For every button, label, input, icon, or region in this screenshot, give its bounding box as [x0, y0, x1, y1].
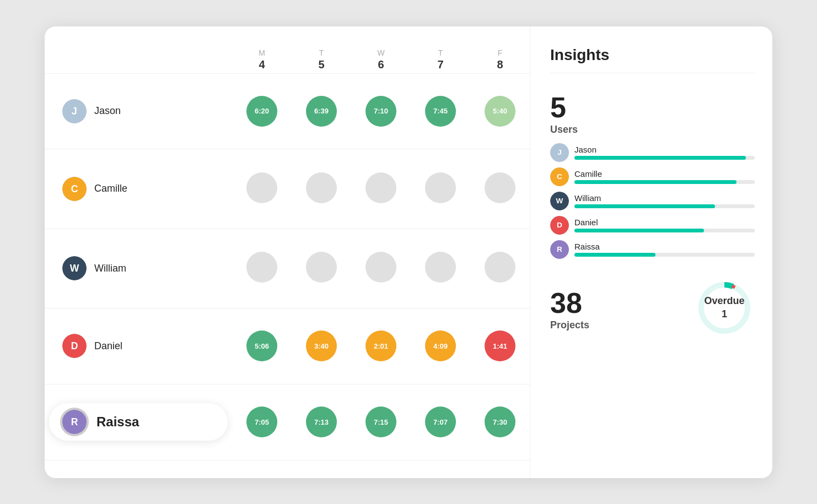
- time-cell: [232, 229, 292, 308]
- bar-col: William: [574, 193, 755, 208]
- bar-track: [574, 204, 755, 208]
- user-bar-row[interactable]: W William: [550, 192, 755, 210]
- users-label: Users: [550, 124, 755, 136]
- user-bar-row[interactable]: J Jason: [550, 143, 755, 162]
- svg-text:D: D: [71, 340, 78, 351]
- svg-text:C: C: [557, 172, 562, 181]
- time-cell: [292, 149, 351, 229]
- time-circle[interactable]: 7:30: [485, 407, 515, 437]
- svg-text:W: W: [556, 197, 563, 205]
- user-name: William: [94, 263, 126, 274]
- user-cell[interactable]: R Raissa: [49, 403, 228, 441]
- bar-col: Camille: [574, 169, 755, 184]
- avatar-sm: D: [550, 216, 569, 235]
- svg-text:W: W: [70, 263, 79, 274]
- time-cell: [470, 229, 530, 308]
- time-circle[interactable]: 6:39: [306, 96, 337, 127]
- time-cell: 7:30: [470, 384, 530, 460]
- time-cell: 5:40: [470, 73, 530, 149]
- bar-fill: [574, 229, 704, 232]
- schedule-row[interactable]: R Raissa 7:057:137:157:077:30: [45, 384, 530, 460]
- time-cell: 2:01: [351, 308, 411, 384]
- time-circle[interactable]: 7:07: [425, 407, 456, 437]
- time-circle[interactable]: 6:20: [246, 96, 277, 127]
- schedule-table: M 4 T 5 W 6 T 7: [45, 44, 530, 460]
- time-cell: 5:06: [232, 308, 292, 384]
- time-circle[interactable]: 4:09: [425, 330, 456, 361]
- bar-fill: [574, 253, 655, 257]
- day-col-1: T 5: [292, 44, 351, 74]
- time-cell: [351, 149, 411, 229]
- bar-col: Jason: [574, 145, 755, 160]
- bar-track: [574, 156, 755, 160]
- time-circle[interactable]: 3:40: [306, 330, 337, 361]
- bar-name: Daniel: [574, 218, 755, 227]
- overdue-count: 1: [704, 308, 744, 321]
- svg-text:R: R: [71, 416, 78, 427]
- user-name: Camille: [94, 183, 127, 194]
- time-circle[interactable]: 7:10: [366, 96, 396, 127]
- insights-panel: Insights 5 Users J Jason C Camille W: [530, 26, 772, 478]
- user-cell[interactable]: W William: [45, 256, 232, 280]
- empty-circle: [306, 252, 337, 283]
- time-circle[interactable]: 5:06: [246, 330, 277, 361]
- time-circle[interactable]: 7:45: [425, 96, 456, 127]
- overdue-label: Overdue 1: [704, 295, 744, 321]
- time-cell: [411, 229, 470, 308]
- time-circle[interactable]: 7:05: [246, 407, 277, 437]
- time-cell: 4:09: [411, 308, 470, 384]
- time-circle[interactable]: 7:15: [366, 407, 396, 437]
- avatar-sm: J: [550, 143, 569, 162]
- projects-label: Projects: [550, 319, 589, 331]
- empty-circle: [485, 252, 515, 283]
- empty-circle: [246, 252, 277, 283]
- empty-circle: [425, 252, 456, 283]
- time-circle[interactable]: 7:13: [306, 407, 337, 437]
- projects-row: 38 Projects Overdue 1: [550, 278, 755, 339]
- user-bar-row[interactable]: R Raissa: [550, 240, 755, 259]
- schedule-row[interactable]: C Camille: [45, 149, 530, 229]
- overdue-label-text: Overdue: [704, 295, 744, 307]
- avatar-sm: W: [550, 192, 569, 210]
- schedule-row[interactable]: D Daniel 5:063:402:014:091:41: [45, 308, 530, 384]
- time-cell: [411, 149, 470, 229]
- user-bar-row[interactable]: D Daniel: [550, 216, 755, 235]
- time-cell: [232, 149, 292, 229]
- bar-name: William: [574, 193, 755, 203]
- time-cell: 6:20: [232, 73, 292, 149]
- time-cell: [292, 229, 351, 308]
- main-card: M 4 T 5 W 6 T 7: [45, 26, 772, 478]
- svg-text:D: D: [557, 221, 562, 229]
- projects-left: 38 Projects: [550, 278, 589, 339]
- user-cell[interactable]: J Jason: [45, 99, 232, 123]
- avatar: J: [62, 99, 87, 123]
- time-circle[interactable]: 1:41: [485, 330, 515, 361]
- time-cell: 7:13: [292, 384, 351, 460]
- users-count: 5: [550, 93, 755, 122]
- user-name: Daniel: [94, 340, 122, 352]
- svg-text:R: R: [557, 245, 562, 253]
- avatar-sm: C: [550, 167, 569, 186]
- time-circle[interactable]: 2:01: [366, 330, 396, 361]
- time-circle[interactable]: 5:40: [485, 96, 515, 127]
- user-bar-row[interactable]: C Camille: [550, 167, 755, 186]
- time-cell: 7:45: [411, 73, 470, 149]
- avatar: C: [62, 177, 87, 201]
- schedule-row[interactable]: W William: [45, 229, 530, 308]
- insights-title: Insights: [550, 46, 755, 73]
- bar-col: Raissa: [574, 242, 755, 257]
- time-cell: 6:39: [292, 73, 351, 149]
- user-name: Raissa: [96, 414, 139, 430]
- time-cell: 7:05: [232, 384, 292, 460]
- user-cell[interactable]: D Daniel: [45, 334, 232, 358]
- day-col-2: W 6: [351, 44, 411, 74]
- user-bars-list: J Jason C Camille W William: [550, 143, 755, 264]
- svg-text:J: J: [557, 148, 562, 156]
- user-cell[interactable]: C Camille: [45, 177, 232, 201]
- overdue-donut: Overdue 1: [694, 278, 755, 338]
- time-cell: [470, 149, 530, 229]
- schedule-row[interactable]: J Jason 6:206:397:107:455:40: [45, 73, 530, 149]
- empty-circle: [306, 172, 337, 203]
- time-cell: 7:10: [351, 73, 411, 149]
- empty-circle: [425, 172, 456, 203]
